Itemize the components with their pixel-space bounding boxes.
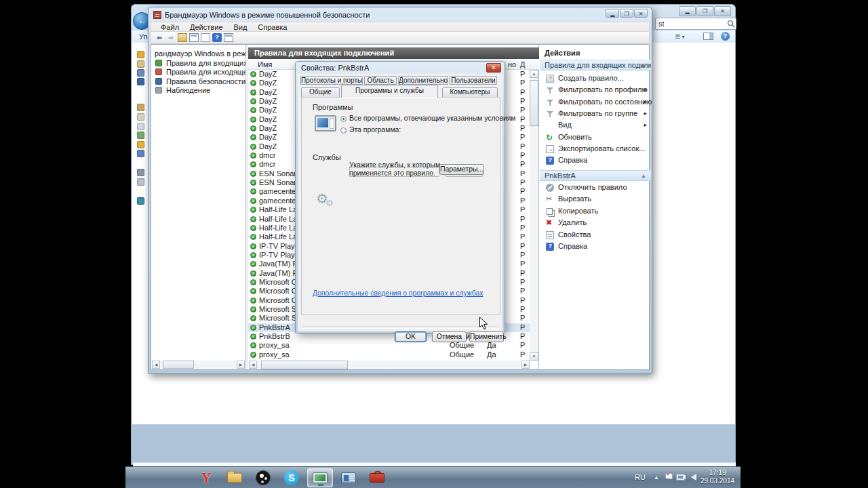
tree-item[interactable]: Правила для исходящего подкл bbox=[155, 68, 246, 77]
restore-icon[interactable]: ❐ bbox=[620, 9, 633, 18]
console-window-icon[interactable] bbox=[224, 33, 233, 42]
nav-icon[interactable] bbox=[137, 60, 144, 68]
action-item[interactable]: Создать правило... ▸ bbox=[540, 73, 651, 85]
rule-row[interactable]: proxy_sa Общие Да Р bbox=[248, 350, 530, 359]
nav-icon[interactable] bbox=[137, 131, 144, 139]
minimize-icon[interactable]: ▂ bbox=[606, 9, 619, 18]
tree-root-item[interactable]: рандмауэр Windows в режиме по bbox=[155, 49, 246, 58]
restore-icon[interactable]: ❐ bbox=[696, 6, 713, 16]
tree-item[interactable]: Наблюдение bbox=[155, 86, 246, 95]
nav-icon[interactable] bbox=[137, 123, 144, 130]
scroll-left-icon[interactable]: ◀ bbox=[152, 361, 160, 369]
column-action[interactable]: Д bbox=[520, 60, 525, 68]
scroll-down-icon[interactable]: ▼ bbox=[530, 352, 538, 361]
tree-item[interactable]: Правила для входящих подключ bbox=[155, 59, 246, 68]
nav-icon[interactable] bbox=[137, 169, 144, 176]
minimize-icon[interactable]: ▂ bbox=[679, 6, 696, 16]
close-icon[interactable]: ✕ bbox=[486, 63, 501, 73]
tab-general[interactable]: Общие bbox=[301, 87, 340, 98]
action-item[interactable]: Фильтровать по профилю ▸ bbox=[540, 85, 651, 96]
tab-programs-services[interactable]: Программы и службы bbox=[341, 85, 438, 98]
taskbar-button[interactable]: Y bbox=[193, 468, 219, 487]
radio-all-programs-label[interactable]: Все программы, отвечающие указанным усло… bbox=[349, 115, 515, 122]
scroll-thumb[interactable] bbox=[163, 361, 194, 369]
nav-icon[interactable] bbox=[137, 150, 144, 157]
close-icon[interactable]: ✕ bbox=[634, 9, 648, 18]
collapse-icon[interactable]: ▲ bbox=[641, 173, 646, 179]
scroll-left-icon[interactable]: ◀ bbox=[249, 361, 257, 369]
taskbar-button[interactable]: S bbox=[279, 468, 304, 487]
show-hidden-icons-icon[interactable]: ▲ bbox=[654, 474, 659, 481]
column-name[interactable]: Имя bbox=[258, 60, 272, 68]
views-icon[interactable]: ≣ bbox=[675, 33, 688, 41]
forward-arrow-icon[interactable]: ➡ bbox=[166, 33, 176, 42]
menu-item[interactable]: Файл bbox=[155, 22, 184, 31]
scroll-thumb[interactable] bbox=[261, 361, 348, 369]
action-item[interactable]: Экспортировать список... ▸ bbox=[540, 144, 651, 155]
radio-all-programs[interactable] bbox=[340, 116, 347, 122]
action-item[interactable]: Обновить ▸ bbox=[540, 132, 651, 144]
help-icon[interactable]: ? bbox=[212, 33, 222, 42]
collapse-icon[interactable]: ▲ bbox=[641, 62, 646, 68]
help-icon[interactable]: ? bbox=[721, 32, 730, 41]
actions-section-pnkbstra[interactable]: PnkBstrA ▲ bbox=[540, 170, 651, 181]
radio-this-program[interactable] bbox=[340, 127, 347, 134]
nav-icon[interactable] bbox=[137, 69, 144, 77]
taskbar-button[interactable] bbox=[250, 468, 276, 487]
radio-this-program-label[interactable]: Эта программа: bbox=[349, 126, 401, 134]
settings-button[interactable]: Параметры... bbox=[439, 164, 484, 175]
action-item[interactable]: Копировать ▸ bbox=[540, 206, 651, 218]
scroll-up-icon[interactable]: ▲ bbox=[530, 70, 538, 78]
preview-pane-icon[interactable] bbox=[703, 33, 713, 40]
nav-icon[interactable] bbox=[137, 51, 144, 58]
learn-more-link[interactable]: Дополнительные сведения о программах и с… bbox=[313, 289, 484, 297]
nav-icon[interactable] bbox=[137, 113, 144, 121]
action-item[interactable]: Удалить ▸ bbox=[540, 218, 651, 229]
language-indicator[interactable]: RU bbox=[635, 473, 646, 481]
clock[interactable]: 17:19 29.03.2014 bbox=[698, 469, 736, 485]
scroll-thumb[interactable] bbox=[530, 80, 538, 126]
apply-button[interactable]: Применить bbox=[469, 331, 504, 342]
back-arrow-icon[interactable]: ⬅ bbox=[155, 33, 164, 42]
speaker-icon[interactable] bbox=[691, 474, 696, 481]
cancel-button[interactable]: Отмена bbox=[432, 331, 467, 342]
action-item[interactable]: Свойства ▸ bbox=[540, 230, 651, 241]
action-item[interactable]: Вырезать ▸ bbox=[540, 194, 651, 205]
nav-icon[interactable] bbox=[137, 141, 144, 148]
taskbar-button[interactable] bbox=[336, 468, 361, 487]
list-horizontal-scrollbar[interactable]: ◀ ▶ bbox=[249, 361, 530, 369]
action-item[interactable]: Справка ▸ bbox=[540, 155, 651, 167]
action-item[interactable]: Справка ▸ bbox=[540, 241, 651, 253]
tab-computers[interactable]: Компьютеры bbox=[442, 87, 498, 98]
nav-icon[interactable] bbox=[137, 197, 144, 205]
column-enabled[interactable]: но bbox=[508, 60, 516, 68]
action-item[interactable]: Вид ▸ bbox=[540, 120, 651, 131]
tree-item-label: Правила для входящих подключ bbox=[166, 59, 246, 67]
tree-horizontal-scrollbar[interactable]: ◀ ▶ bbox=[152, 361, 245, 369]
nav-icon[interactable] bbox=[137, 178, 144, 186]
taskbar-button[interactable] bbox=[307, 468, 333, 487]
document-icon[interactable] bbox=[201, 33, 210, 42]
ok-button[interactable]: OK bbox=[395, 331, 427, 342]
menu-item[interactable]: Справка bbox=[252, 22, 292, 31]
actions-section-inbound-rules[interactable]: Правила для входящих подключен... ▲ bbox=[540, 60, 651, 70]
rule-row[interactable]: proxy_sa Общие Да Р bbox=[248, 341, 530, 350]
menu-item[interactable]: Действие bbox=[184, 22, 228, 31]
window-icon[interactable] bbox=[189, 33, 199, 42]
nav-icon[interactable] bbox=[137, 104, 144, 111]
action-center-flag-icon[interactable] bbox=[665, 473, 672, 482]
action-item[interactable]: Фильтровать по группе ▸ bbox=[540, 108, 651, 120]
action-item[interactable]: Фильтровать по состоянию ▸ bbox=[540, 97, 651, 108]
search-input[interactable] bbox=[655, 18, 736, 30]
taskbar-button[interactable] bbox=[364, 468, 390, 487]
taskbar-button[interactable] bbox=[222, 468, 248, 487]
tree-item[interactable]: Правила безопасности подклю bbox=[155, 77, 246, 86]
export-icon[interactable] bbox=[178, 33, 187, 42]
nav-icon[interactable] bbox=[137, 78, 144, 85]
list-vertical-scrollbar[interactable]: ▲ ▼ bbox=[530, 70, 538, 361]
action-item[interactable]: Отключить правило ▸ bbox=[540, 182, 651, 194]
menu-item[interactable]: Вид bbox=[228, 22, 252, 31]
close-icon[interactable]: ✕ bbox=[714, 6, 731, 16]
scroll-right-icon[interactable]: ▶ bbox=[521, 361, 530, 369]
scroll-right-icon[interactable]: ▶ bbox=[237, 361, 245, 369]
